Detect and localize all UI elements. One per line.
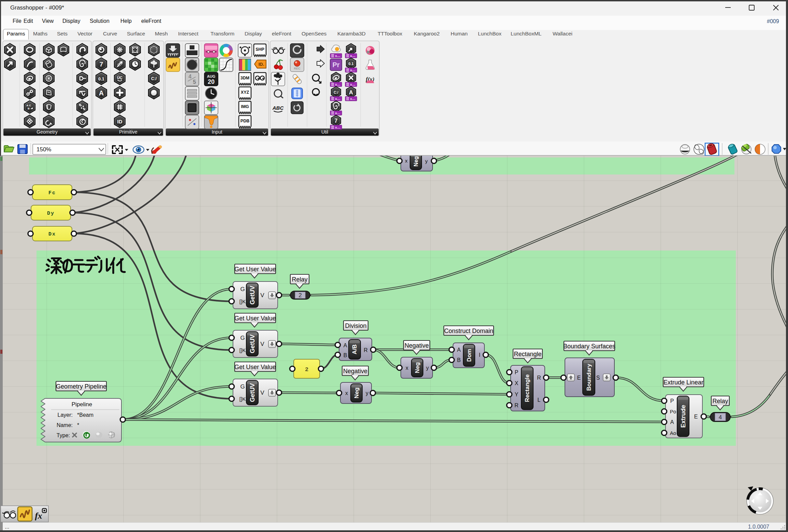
svg-text:Fc: Fc xyxy=(48,190,56,196)
svg-text:G: G xyxy=(240,383,245,390)
svg-text:V: V xyxy=(260,390,264,396)
svg-text:x....: x.... xyxy=(335,83,340,86)
svg-text:Dy: Dy xyxy=(47,211,55,216)
svg-text:X: X xyxy=(515,380,519,386)
svg-text:Geometry: Geometry xyxy=(37,129,57,135)
svg-text:A: A xyxy=(457,347,461,353)
svg-text:B: B xyxy=(457,357,461,363)
svg-text:Boundary: Boundary xyxy=(586,364,592,391)
svg-text:Pipeline: Pipeline xyxy=(72,401,92,408)
svg-text:Extrude Linear: Extrude Linear xyxy=(663,379,703,386)
svg-text:y: y xyxy=(426,365,429,371)
svg-text:P: P xyxy=(670,398,674,404)
svg-text:x....: x.... xyxy=(350,69,355,72)
svg-text:x....: x.... xyxy=(335,97,340,101)
svg-text:fx: fx xyxy=(35,511,42,521)
svg-text:R: R xyxy=(537,375,541,381)
svg-text:Rectangle: Rectangle xyxy=(514,351,541,358)
svg-text:x....: x.... xyxy=(335,54,340,58)
svg-text:3DM: 3DM xyxy=(240,76,249,80)
svg-text:Relay: Relay xyxy=(712,398,728,405)
svg-text:Get User Value: Get User Value xyxy=(234,266,276,273)
svg-text:Util: Util xyxy=(321,129,328,135)
svg-text:Ao: Ao xyxy=(670,430,676,436)
svg-text:*Beam: *Beam xyxy=(77,412,93,418)
svg-text:x....: x.... xyxy=(350,97,355,101)
svg-text:Name:: Name: xyxy=(57,422,73,428)
svg-text:Boundary Surfaces: Boundary Surfaces xyxy=(563,343,615,350)
svg-text:A: A xyxy=(344,343,347,348)
svg-text:C:/: C:/ xyxy=(151,76,157,81)
svg-text:B: B xyxy=(344,352,347,358)
svg-text:4: 4 xyxy=(719,414,722,421)
svg-text:y: y xyxy=(425,158,428,164)
svg-text:Input: Input xyxy=(211,129,222,135)
svg-text:[]K: []K xyxy=(239,347,246,353)
svg-text:x....: x.... xyxy=(350,54,355,58)
svg-text:x....: x.... xyxy=(335,111,340,115)
svg-text:...: ... xyxy=(5,524,9,530)
svg-text:2: 2 xyxy=(305,366,308,373)
svg-text:20: 20 xyxy=(208,78,215,85)
svg-text:Rectangle: Rectangle xyxy=(524,374,530,402)
svg-text:E: E xyxy=(694,414,698,420)
svg-text:0.1: 0.1 xyxy=(348,62,353,66)
svg-text:ID: ID xyxy=(117,119,122,124)
svg-text:y: y xyxy=(366,390,368,396)
svg-text:Construct Domain: Construct Domain xyxy=(444,328,493,334)
svg-text:Layer:: Layer: xyxy=(58,412,73,418)
svg-text:Dom: Dom xyxy=(466,349,472,362)
svg-text:SHP: SHP xyxy=(256,47,264,52)
svg-text:Pr: Pr xyxy=(332,61,339,69)
svg-text:A C: A C xyxy=(26,104,31,107)
svg-text:ÜÇ: ÜÇ xyxy=(117,76,122,80)
svg-text:Get User Value: Get User Value xyxy=(234,364,276,370)
svg-text:7: 7 xyxy=(335,118,338,124)
svg-text:XYZ: XYZ xyxy=(241,90,249,95)
svg-text:REC: REC xyxy=(294,67,301,70)
svg-text:C:/: C:/ xyxy=(334,91,338,94)
svg-text:B: B xyxy=(28,107,30,110)
svg-text:GetUV: GetUV xyxy=(249,334,256,353)
svg-text:4: 4 xyxy=(189,74,192,79)
svg-text:ABC: ABC xyxy=(272,105,284,111)
svg-text:V: V xyxy=(260,341,264,347)
svg-text:[]K: []K xyxy=(239,299,246,304)
svg-text:Neg: Neg xyxy=(414,362,421,373)
svg-text:150%: 150% xyxy=(37,146,51,153)
svg-text:E: E xyxy=(577,375,581,381)
svg-text:[]K: []K xyxy=(239,396,246,402)
svg-text:Relay: Relay xyxy=(292,276,307,283)
svg-text:PDB: PDB xyxy=(240,119,249,123)
svg-text:I: I xyxy=(479,352,480,358)
svg-text:Get User Value: Get User Value xyxy=(234,315,276,322)
svg-text:A: A xyxy=(670,419,674,425)
svg-text:Negative: Negative xyxy=(343,368,367,375)
svg-text:GetUV: GetUV xyxy=(249,286,256,304)
svg-text:x: x xyxy=(345,390,348,396)
svg-text:7: 7 xyxy=(100,61,103,68)
svg-text:Neg: Neg xyxy=(413,156,419,166)
svg-text:Neg: Neg xyxy=(353,387,360,398)
svg-text:L: L xyxy=(538,397,541,403)
svg-text:2: 2 xyxy=(298,292,302,299)
svg-text:x: x xyxy=(406,365,408,371)
svg-text:x....: x.... xyxy=(350,83,355,86)
svg-text:Geometry Pipeline: Geometry Pipeline xyxy=(56,383,106,390)
svg-text:0.1: 0.1 xyxy=(98,76,104,81)
svg-text:P: P xyxy=(515,369,519,375)
svg-text:Type:: Type: xyxy=(57,432,70,438)
svg-text:R: R xyxy=(514,402,519,408)
svg-text:5: 5 xyxy=(193,79,196,85)
svg-text:*: * xyxy=(77,422,79,428)
svg-text:IMG: IMG xyxy=(241,104,249,109)
svg-text:S: S xyxy=(596,375,600,381)
svg-text:R: R xyxy=(364,347,368,353)
svg-text:G: G xyxy=(240,335,245,341)
svg-text:Negative: Negative xyxy=(405,342,429,349)
svg-text:A: A xyxy=(99,89,104,97)
svg-text:Y: Y xyxy=(515,392,519,397)
svg-text:A: A xyxy=(349,89,353,96)
svg-text:A/B: A/B xyxy=(351,344,358,354)
svg-text:Primitive: Primitive xyxy=(119,129,137,135)
